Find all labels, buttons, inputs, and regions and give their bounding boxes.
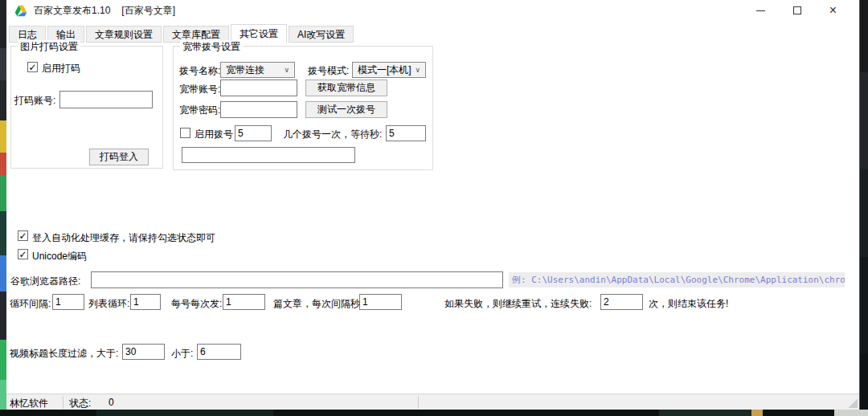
unicode-label: Unicode编码 <box>32 250 87 263</box>
chrome-path-label: 谷歌浏览器路径: <box>10 275 80 288</box>
auto-cache-checkbox[interactable]: ✓ <box>18 230 28 241</box>
close-button[interactable]: × <box>815 0 851 21</box>
dial-name-select[interactable]: 宽带连接 ∨ <box>220 62 295 78</box>
enable-captcha-checkbox[interactable]: ✓ <box>27 62 38 72</box>
enable-dial-label: 启用拨号 <box>194 128 233 141</box>
loop-interval-input[interactable] <box>52 294 84 310</box>
fail-suffix-label: 次，则结束该任务! <box>649 297 728 311</box>
tab-ai-rewrite[interactable]: AI改写设置 <box>289 26 354 43</box>
dial-mode-label: 拨号模式: <box>308 64 349 78</box>
minimize-button[interactable] <box>743 0 779 21</box>
maximize-icon <box>793 6 801 14</box>
auto-cache-label: 登入自动化处理缓存，请保持勾选状态即可 <box>32 231 215 245</box>
fail-retry-label: 如果失败，则继续重试，连续失败: <box>444 297 592 311</box>
unicode-checkbox[interactable]: ✓ <box>18 249 28 259</box>
enable-captcha-label: 启用打码 <box>42 62 80 75</box>
check-icon: ✓ <box>18 250 27 259</box>
chevron-down-icon: ∨ <box>284 66 289 74</box>
dial-settings-group: 宽带拨号设置 拨号名称: 宽带连接 ∨ 拨号模式: 模式一[本机] ∨ 宽带账号… <box>173 46 433 170</box>
status-value: 0 <box>108 397 114 408</box>
window-subtitle: [百家号文章] <box>121 4 175 18</box>
dial-wait-label: 几个拨号一次，等待秒: <box>283 128 382 141</box>
get-broadband-info-button[interactable]: 获取宽带信息 <box>305 80 387 96</box>
captcha-login-button[interactable]: 打码登入 <box>89 149 149 165</box>
chevron-down-icon: ∨ <box>415 66 420 74</box>
title-bar: 百家文章发布1.10 [百家号文章] × <box>6 0 859 21</box>
dial-name-label: 拨号名称: <box>179 64 220 78</box>
article-gap-label: 篇文章，每次间隔秒: <box>273 297 362 311</box>
app-window: 百家文章发布1.10 [百家号文章] × 日志 输出 文章规则设置 文章库配置 … <box>6 0 860 410</box>
chrome-path-input[interactable] <box>91 271 503 288</box>
list-loop-input[interactable] <box>130 294 161 310</box>
article-gap-input[interactable] <box>359 294 402 310</box>
broadband-account-label: 宽带账号: <box>179 83 220 96</box>
fail-count-input[interactable] <box>600 294 643 310</box>
video-min-input[interactable] <box>197 344 241 360</box>
captcha-settings-group: 图片打码设置 ✓ 启用打码 打码账号: 打码登入 <box>10 46 163 169</box>
video-filter-label: 视频标题长度过滤，大于: <box>10 347 118 361</box>
close-icon: × <box>829 4 837 17</box>
dial-mode-select[interactable]: 模式一[本机] ∨ <box>352 62 426 78</box>
status-label: 状态: <box>69 397 91 410</box>
app-icon <box>14 5 27 17</box>
loop-interval-label: 循环间隔: <box>10 297 51 311</box>
dial-mode-value: 模式一[本机] <box>358 63 411 77</box>
enable-dial-checkbox[interactable] <box>180 128 190 138</box>
captcha-group-title: 图片打码设置 <box>18 40 80 54</box>
minimize-icon <box>756 10 765 11</box>
check-icon: ✓ <box>18 231 27 241</box>
per-account-input[interactable] <box>223 294 265 310</box>
per-account-label: 每号每次发: <box>171 297 222 311</box>
captcha-account-input[interactable] <box>59 91 153 108</box>
dial-group-title: 宽带拨号设置 <box>180 40 243 54</box>
dial-count-input[interactable] <box>235 125 272 141</box>
dial-name-value: 宽带连接 <box>226 63 264 77</box>
broadband-password-input[interactable] <box>220 101 297 118</box>
desktop: 百家文章发布1.10 [百家号文章] × 日志 输出 文章规则设置 文章库配置 … <box>0 0 868 416</box>
check-icon: ✓ <box>28 63 36 72</box>
list-loop-label: 列表循环: <box>88 297 129 311</box>
dial-extra-input[interactable] <box>182 147 355 163</box>
status-bar: 林忆软件 状态: 0 <box>6 394 859 410</box>
video-max-input[interactable] <box>122 344 165 360</box>
chrome-path-hint: 例: C:\Users\andin\AppData\Local\Google\C… <box>509 272 845 288</box>
statusbar-separator <box>63 396 63 409</box>
broadband-account-input[interactable] <box>220 80 297 96</box>
video-min-label: 小于: <box>171 347 193 361</box>
tab-article-rules[interactable]: 文章规则设置 <box>86 26 162 43</box>
captcha-account-label: 打码账号: <box>14 94 55 108</box>
brand-label: 林忆软件 <box>10 397 48 410</box>
broadband-password-label: 宽带密码: <box>179 104 220 117</box>
test-dial-button[interactable]: 测试一次拨号 <box>305 101 387 118</box>
statusbar-separator <box>418 396 419 409</box>
window-title: 百家文章发布1.10 <box>34 4 110 18</box>
resize-grip[interactable] <box>848 398 858 408</box>
dial-wait-input[interactable] <box>386 125 426 141</box>
maximize-button[interactable] <box>779 0 815 21</box>
